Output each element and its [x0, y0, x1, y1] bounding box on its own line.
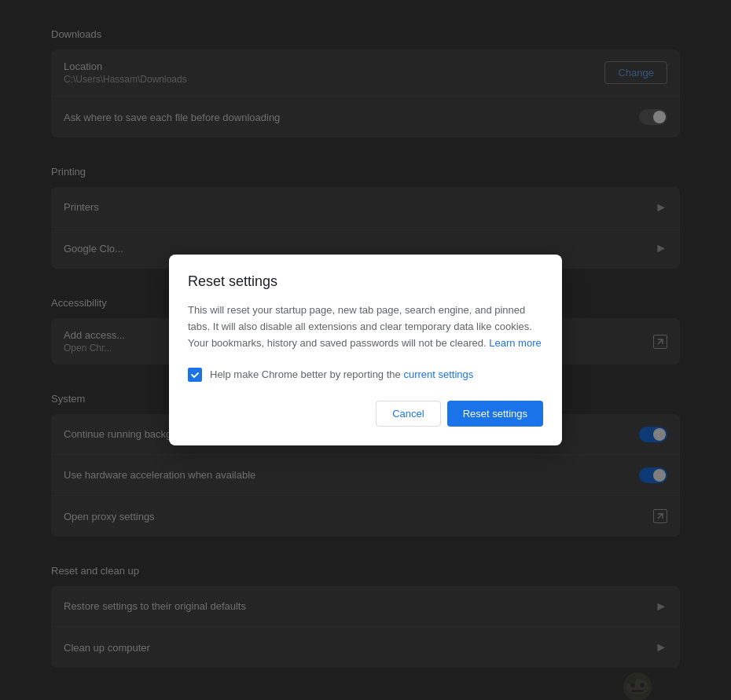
checkbox-check-icon: [190, 370, 200, 379]
report-settings-checkbox[interactable]: [188, 368, 202, 382]
current-settings-link[interactable]: current settings: [403, 368, 473, 380]
modal-overlay[interactable]: Reset settings This will reset your star…: [0, 0, 731, 700]
checkbox-text: Help make Chrome better by reporting the: [210, 368, 401, 380]
modal-actions: Cancel Reset settings: [188, 401, 543, 427]
modal-body-text: This will reset your startup page, new t…: [188, 304, 532, 349]
reset-settings-button[interactable]: Reset settings: [447, 401, 543, 427]
cancel-button[interactable]: Cancel: [376, 401, 440, 427]
reset-settings-dialog: Reset settings This will reset your star…: [169, 255, 562, 445]
modal-body: This will reset your startup page, new t…: [188, 302, 543, 351]
checkbox-label: Help make Chrome better by reporting the…: [210, 368, 473, 380]
modal-title: Reset settings: [188, 273, 543, 290]
learn-more-link[interactable]: Learn more: [489, 337, 541, 349]
modal-checkbox-row: Help make Chrome better by reporting the…: [188, 368, 543, 382]
